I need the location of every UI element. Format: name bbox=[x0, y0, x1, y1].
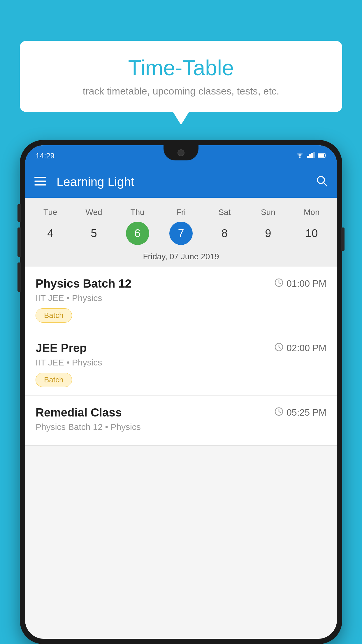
app-title: Learning Light bbox=[57, 175, 316, 189]
svg-rect-10 bbox=[34, 184, 46, 186]
svg-rect-4 bbox=[313, 152, 315, 158]
date-5[interactable]: 5 bbox=[82, 222, 106, 245]
status-icons bbox=[296, 152, 326, 160]
clock-icon-1 bbox=[274, 278, 284, 290]
svg-rect-9 bbox=[34, 181, 46, 182]
day-mon: Mon bbox=[300, 208, 323, 217]
phone-outer: 14:29 bbox=[20, 140, 342, 644]
schedule-item-3[interactable]: Remedial Class 05:25 PM Physics Batch bbox=[25, 396, 337, 446]
schedule-item-3-title: Remedial Class bbox=[36, 406, 122, 419]
svg-rect-2 bbox=[309, 154, 311, 158]
svg-rect-8 bbox=[34, 177, 46, 178]
clock-icon-3 bbox=[274, 407, 284, 419]
schedule-item-1-header: Physics Batch 12 01:00 PM bbox=[36, 277, 326, 290]
schedule-item-2-time: 02:00 PM bbox=[274, 342, 326, 354]
dates-row: 4 5 6 7 8 9 10 bbox=[25, 219, 337, 249]
schedule-item-3-header: Remedial Class 05:25 PM bbox=[36, 406, 326, 419]
schedule-item-2[interactable]: JEE Prep 02:00 PM IIT JEE • Physics bbox=[25, 331, 337, 396]
schedule-item-1-meta: IIT JEE • Physics bbox=[36, 293, 326, 303]
schedule-item-1[interactable]: Physics Batch 12 01:00 PM IIT JEE • P bbox=[25, 267, 337, 331]
volume-down-button bbox=[17, 228, 21, 257]
time-value-1: 01:00 PM bbox=[287, 278, 326, 289]
schedule-item-1-title: Physics Batch 12 bbox=[36, 277, 131, 290]
date-10[interactable]: 10 bbox=[300, 222, 323, 245]
date-4[interactable]: 4 bbox=[39, 222, 62, 245]
day-tue: Tue bbox=[39, 208, 62, 217]
status-bar: 14:29 bbox=[25, 145, 337, 166]
time-value-2: 02:00 PM bbox=[287, 343, 326, 354]
schedule-item-3-time: 05:25 PM bbox=[274, 407, 326, 419]
date-7-selected[interactable]: 7 bbox=[169, 222, 193, 245]
day-sun: Sun bbox=[256, 208, 280, 217]
date-6-today[interactable]: 6 bbox=[126, 222, 149, 245]
bubble-subtitle: track timetable, upcoming classes, tests… bbox=[37, 85, 325, 97]
time-value-3: 05:25 PM bbox=[287, 407, 326, 418]
camera bbox=[178, 149, 184, 156]
app-bar: Learning Light bbox=[25, 166, 337, 198]
schedule-item-1-time: 01:00 PM bbox=[274, 278, 326, 290]
speech-bubble: Time-Table track timetable, upcoming cla… bbox=[20, 41, 342, 112]
schedule-list: Physics Batch 12 01:00 PM IIT JEE • P bbox=[25, 267, 337, 446]
day-wed: Wed bbox=[82, 208, 106, 217]
bubble-title: Time-Table bbox=[37, 56, 325, 80]
date-9[interactable]: 9 bbox=[256, 222, 280, 245]
svg-point-0 bbox=[299, 157, 301, 158]
notch bbox=[164, 145, 198, 160]
volume-up-button bbox=[17, 204, 21, 222]
clock-icon-2 bbox=[274, 342, 284, 354]
day-fri: Fri bbox=[169, 208, 193, 217]
svg-rect-6 bbox=[325, 155, 326, 156]
silent-button bbox=[17, 262, 21, 292]
menu-icon[interactable] bbox=[34, 176, 46, 188]
schedule-item-2-meta: IIT JEE • Physics bbox=[36, 358, 326, 368]
svg-rect-3 bbox=[311, 153, 313, 158]
wifi-icon bbox=[296, 152, 304, 160]
power-button bbox=[341, 228, 345, 251]
svg-rect-7 bbox=[318, 154, 324, 157]
schedule-item-2-title: JEE Prep bbox=[36, 342, 87, 355]
day-thu: Thu bbox=[126, 208, 149, 217]
calendar-section: Tue Wed Thu Fri Sat Sun Mon 4 5 6 7 8 9 … bbox=[25, 198, 337, 267]
day-sat: Sat bbox=[213, 208, 236, 217]
speech-bubble-container: Time-Table track timetable, upcoming cla… bbox=[20, 41, 342, 112]
svg-rect-1 bbox=[307, 156, 309, 158]
battery-icon bbox=[318, 152, 326, 160]
phone-mockup: 14:29 bbox=[20, 140, 342, 644]
phone-screen: 14:29 bbox=[25, 145, 337, 639]
search-icon[interactable] bbox=[316, 175, 328, 189]
batch-badge-1: Batch bbox=[36, 308, 72, 323]
status-time: 14:29 bbox=[36, 151, 55, 160]
schedule-item-3-meta: Physics Batch 12 • Physics bbox=[36, 422, 326, 432]
signal-icon bbox=[307, 152, 315, 160]
svg-line-12 bbox=[324, 183, 327, 186]
batch-badge-2: Batch bbox=[36, 373, 72, 387]
svg-point-11 bbox=[317, 176, 324, 183]
days-header: Tue Wed Thu Fri Sat Sun Mon bbox=[25, 204, 337, 219]
schedule-item-2-header: JEE Prep 02:00 PM bbox=[36, 342, 326, 355]
date-8[interactable]: 8 bbox=[213, 222, 236, 245]
selected-date-label: Friday, 07 June 2019 bbox=[25, 249, 337, 267]
